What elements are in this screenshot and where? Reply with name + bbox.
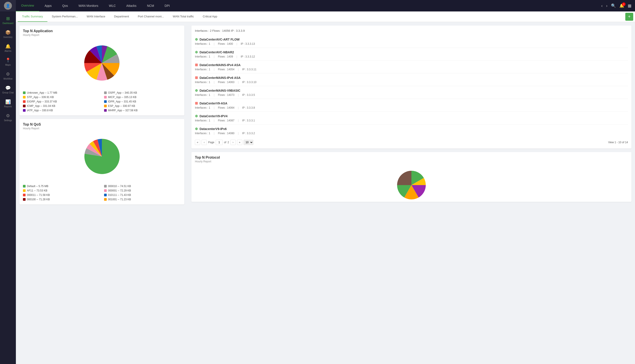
nav-item-apps[interactable]: Apps	[39, 0, 57, 12]
notification-button[interactable]: 🔔 1	[619, 3, 624, 8]
status-icon-red-2: ⊞	[195, 63, 198, 67]
legend-dot-unknown-app	[23, 92, 26, 94]
top-n-protocol-subtitle: Hourly Report	[195, 160, 628, 163]
page-next-button[interactable]: ›	[230, 140, 236, 145]
wan-flows-3: Flows : 14063	[218, 81, 235, 84]
wan-ip-4: IP : 3.3.3.5	[242, 94, 255, 96]
legend-dot-001001	[104, 198, 107, 201]
wan-item-name-1[interactable]: DataCenterAVC-NBAR2	[200, 50, 234, 54]
wan-item-name-5[interactable]: DataCenterV9-ASA	[200, 102, 227, 105]
wan-item-name-0[interactable]: DataCenterAVC-ART FLOW	[200, 38, 240, 41]
wan-item-meta-2: Interfaces : 1 | Flows : 14054 | IP : 3.…	[195, 68, 628, 71]
nav-item-wlc[interactable]: WLC	[104, 0, 121, 12]
legend-item-default: Default -- 5.75 MB	[23, 185, 100, 188]
legend-dot-mhrp	[104, 109, 107, 112]
application-pie-chart	[80, 41, 124, 85]
wan-item-meta-7: Interfaces : 1 | Flows : 14080 | IP : 3.…	[195, 132, 628, 135]
legend-label-micp: MICP_App -- 335.13 KB	[108, 96, 137, 99]
legend-label-eigrp: EIGRP_App -- 333.37 KB	[27, 100, 57, 103]
wan-item-name-2[interactable]: DataCenterMAINS-IPv4 ASA	[200, 63, 241, 67]
content-area: Traffic Summary System Performan... WAN …	[16, 12, 635, 364]
legend-dot-idpr	[104, 100, 107, 103]
top-n-qos-title: Top N QoS	[23, 122, 181, 126]
sidebar-item-reports[interactable]: 📊 Reports	[0, 96, 16, 110]
legend-item-000010: 000010 -- 74.51 KB	[104, 185, 181, 188]
legend-item-unknown-app: Unknown_App -- 1.77 MB	[23, 91, 100, 94]
protocol-pie-chart	[394, 168, 429, 194]
settings-icon: ⚙	[6, 113, 10, 118]
nav-item-wan-monitors[interactable]: WAN Monitors	[73, 0, 104, 12]
tab-port-channel[interactable]: Port Channel moni...	[133, 12, 169, 22]
page-last-button[interactable]: »	[237, 140, 242, 145]
wan-item-name-3[interactable]: DataCenterMAINS-IPv6 ASA	[200, 76, 241, 80]
search-button[interactable]: 🔍	[611, 3, 616, 8]
tab-critical-app[interactable]: Critical App	[198, 12, 222, 22]
wan-ip-3: IP : 3.3.3.10	[242, 81, 256, 84]
sidebar-item-inventory[interactable]: 📦 Inventory	[0, 27, 16, 41]
wan-item-meta-5: Interfaces : 1 | Flows : 14064 | IP : 3.…	[195, 106, 628, 109]
wan-item-name-7[interactable]: DatacenterV9-IPv6	[200, 127, 227, 131]
legend-label-ospf: OSPF_App -- 340.35 KB	[108, 91, 137, 94]
prev-nav-button[interactable]: ‹	[601, 4, 602, 8]
nav-item-ncm[interactable]: NCM	[142, 0, 159, 12]
nav-item-attacks[interactable]: Attacks	[121, 0, 142, 12]
wan-item-6: ⊕ DataCenterV9-IPV4 Interfaces : 1 | Flo…	[195, 112, 628, 124]
sidebar-item-group-chat[interactable]: 💬 Group Chat	[0, 83, 16, 96]
sidebar-label-workflow: Workflow	[4, 78, 13, 80]
add-tab-button[interactable]: +	[625, 13, 633, 21]
top-n-qos-card: Top N QoS Hourly Report	[20, 119, 184, 204]
sidebar-item-workflow[interactable]: ⚙ Workflow	[0, 69, 16, 83]
wan-interfaces-3: Interfaces : 1	[195, 81, 210, 84]
wan-interfaces-2: Interfaces : 1	[195, 68, 210, 71]
menu-button[interactable]: ▦	[628, 3, 631, 8]
nav-right-actions: ‹ › 🔍 🔔 1 ▦	[598, 3, 635, 8]
page-input[interactable]	[216, 140, 223, 145]
legend-dot-000100	[23, 198, 26, 201]
top-n-application-pie	[23, 36, 181, 90]
nav-item-qos[interactable]: Qos	[57, 0, 73, 12]
legend-label-af11: AF11 -- 73.53 KB	[27, 189, 48, 192]
legend-dot-af11	[23, 189, 26, 192]
sidebar-item-settings[interactable]: ⚙ Settings	[0, 110, 16, 124]
wan-item-name-4[interactable]: DataCenterMAINS-V9BASIC	[200, 89, 240, 92]
tab-wan-interface[interactable]: WAN Interface	[82, 12, 110, 22]
page-first-button[interactable]: «	[195, 140, 200, 145]
status-icon-red-5: ⊞	[195, 101, 198, 105]
pagination: « ‹ Page of 2 › » 10 25 50	[195, 137, 628, 145]
page-prev-button[interactable]: ‹	[202, 140, 207, 145]
wan-flows-1: Flows : 1409	[218, 55, 233, 58]
wan-interface-card: Interfaces : 2 Flows : 14056 IP : 3.3.3.…	[191, 26, 631, 148]
nav-item-overview[interactable]: Overview	[16, 0, 39, 12]
page-label: Page	[208, 141, 214, 144]
tab-department[interactable]: Department	[110, 12, 133, 22]
nav-menu: Overview Apps Qos WAN Monitors WLC Attac…	[16, 0, 598, 12]
wan-flows-5: Flows : 14064	[218, 106, 235, 109]
alarms-icon: 🔔	[5, 44, 11, 49]
sidebar-item-maps[interactable]: 📍 Maps	[0, 55, 16, 69]
tabs-bar: Traffic Summary System Performan... WAN …	[16, 12, 635, 22]
user-avatar[interactable]: 👤	[4, 2, 12, 10]
wan-item-name-6[interactable]: DataCenterV9-IPV4	[200, 114, 228, 118]
sidebar-item-alarms[interactable]: 🔔 Alarms	[0, 41, 16, 55]
legend-dot-default	[23, 185, 26, 188]
wan-item-4: ⊕ DataCenterMAINS-V9BASIC Interfaces : 1…	[195, 86, 628, 99]
tab-traffic-summary[interactable]: Traffic Summary	[18, 12, 48, 22]
legend-dot-stp	[23, 96, 26, 98]
per-page-select[interactable]: 10 25 50	[244, 140, 253, 145]
right-panel: Interfaces : 2 Flows : 14056 IP : 3.3.3.…	[188, 22, 635, 364]
status-icon-green-4: ⊕	[195, 88, 198, 92]
sidebar-label-dashboard: Dashboard	[3, 22, 14, 24]
workflow-icon: ⚙	[6, 72, 10, 77]
wan-flows-6: Flows : 14087	[218, 119, 235, 122]
legend-dot-ospf	[104, 92, 107, 94]
nav-item-dpi[interactable]: DPI	[159, 0, 175, 12]
tab-wan-total-traffic[interactable]: WAN Total traffic	[169, 12, 198, 22]
tab-system-performance[interactable]: System Performan...	[48, 12, 82, 22]
wan-flows-0: Flows : 1400	[218, 42, 233, 46]
wan-item-3: ⊞ DataCenterMAINS-IPv6 ASA Interfaces : …	[195, 73, 628, 86]
next-nav-button[interactable]: ›	[606, 4, 607, 8]
legend-item-000100: 000100 -- 71.28 KB	[23, 198, 100, 201]
sidebar-item-dashboard[interactable]: ⊞ Dashboard	[0, 13, 16, 27]
legend-label-000011: 000011 -- 71.58 KB	[27, 194, 50, 196]
wan-interface-list: ⊕ DataCenterAVC-ART FLOW Interfaces : 1 …	[195, 35, 628, 137]
